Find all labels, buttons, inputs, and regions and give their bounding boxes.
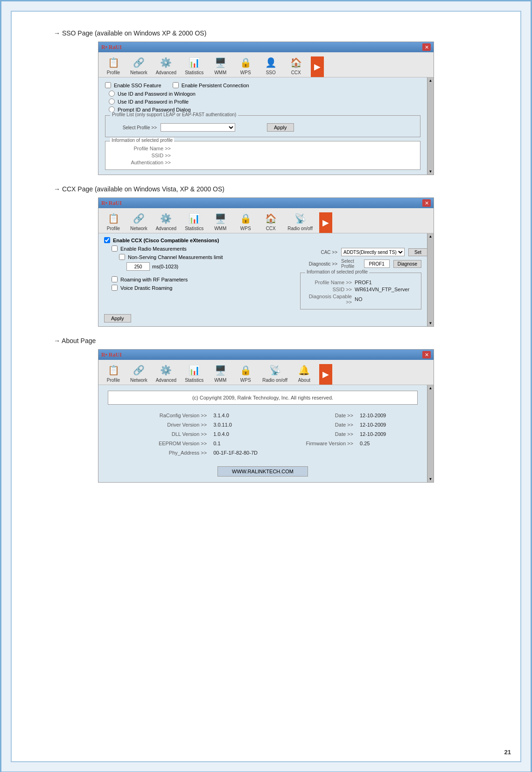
about-toolbar-wps[interactable]: 🔒 WPS (233, 362, 258, 385)
sso-auth-row: Authentication >> (110, 160, 415, 165)
ccx-toolbar-radio[interactable]: 📡 Radio on/off (284, 210, 316, 233)
sso-select-profile-dropdown[interactable] (161, 123, 235, 132)
about-radio-icon: 📡 (268, 364, 281, 377)
about-toolbar-about[interactable]: 🔔 About (292, 362, 316, 385)
profile-label: Profile (107, 70, 120, 75)
about-wps-icon: 🔒 (239, 364, 252, 377)
about-toolbar-statistics[interactable]: 📊 Statistics (181, 362, 207, 385)
ccx-radio-meas-row: Enable Radio Measurements (112, 246, 295, 252)
ccx-select-profile-input[interactable] (364, 260, 390, 268)
sso-info-group: Information of selected profile Profile … (105, 141, 420, 170)
sso-profile-name-row: Profile Name >> (110, 146, 415, 151)
sso-enable-checkbox[interactable] (105, 82, 111, 88)
sso-option1-radio[interactable] (109, 91, 115, 97)
sso-persistent-label: Enable Persistent Connection (182, 83, 249, 88)
sso-scroll-down[interactable]: ▼ (429, 169, 433, 174)
sso-toolbar-wps[interactable]: 🔒 WPS (233, 54, 258, 77)
about-toolbar: 📋 Profile 🔗 Network ⚙️ Advanced 📊 Statis… (98, 360, 434, 385)
ccx-cac-row: CAC >> ADDTS(Directly send TS) Set (300, 248, 421, 256)
ccx-set-button[interactable]: Set (408, 248, 427, 256)
about-wmm-icon: 🖥️ (214, 364, 227, 377)
sso-toolbar-statistics[interactable]: 📊 Statistics (181, 54, 207, 77)
ccx-non-serving-checkbox[interactable] (119, 254, 125, 260)
sso-close-button[interactable]: ✕ (422, 43, 431, 51)
ccx-toolbar-profile[interactable]: 📋 Profile (101, 210, 126, 233)
about-dll-date-label: Date >> (257, 430, 356, 438)
ccx-cac-dropdown[interactable]: ADDTS(Directly send TS) (341, 248, 405, 256)
sso-apply-button[interactable]: Apply (267, 123, 294, 132)
about-toolbar-network[interactable]: 🔗 Network (126, 362, 151, 385)
sso-window: R• RaUI ✕ 📋 Profile 🔗 Network ⚙️ Advance… (98, 42, 434, 175)
ccx-toolbar-advanced[interactable]: ⚙️ Advanced (152, 210, 180, 233)
ccx-roaming-checkbox[interactable] (112, 276, 118, 282)
wps-label: WPS (240, 70, 251, 75)
about-copyright: (c) Copyright 2009, Ralink Technology, I… (108, 391, 418, 405)
about-driver-date-label: Date >> (257, 421, 356, 429)
ccx-profile-name-value: PROF1 (355, 280, 372, 285)
ccx-ssid-value: WR614VN_FTP_Server (355, 287, 409, 292)
sso-persistent-checkbox[interactable] (173, 82, 179, 88)
ccx-toolbar-ccx[interactable]: 🏠 CCX (259, 210, 283, 233)
sso-section-header: → SSO Page (available on Windows XP & 20… (54, 29, 506, 37)
sso-option2-row: Use ID and Password in Profile (109, 98, 420, 105)
about-website-button[interactable]: WWW.RALINKTECH.COM (217, 466, 308, 477)
sso-toolbar-ccx[interactable]: 🏠 CCX (284, 54, 308, 77)
ccx-roaming-label: Roaming with RF Parameters (120, 277, 188, 282)
about-about-icon: 🔔 (298, 364, 311, 377)
sso-profile-group-title: Profile List (only support LEAP or EAP-F… (110, 112, 238, 117)
ccx-voice-row: Voice Drastic Roaming (112, 285, 295, 291)
ccx-window-inner: Enable CCX (Cisco Compatible eXtensions)… (98, 233, 434, 326)
ccx-network-icon: 🔗 (132, 212, 145, 225)
about-raui-logo: R• RaUI (101, 351, 122, 358)
ccx-ms-input[interactable] (126, 262, 150, 271)
sso-toolbar-profile[interactable]: 📋 Profile (101, 54, 126, 77)
sso-scrollbar[interactable]: ▲ ▼ (427, 77, 434, 175)
ccx-apply-button[interactable]: Apply (104, 314, 131, 323)
ccx-advanced-icon: ⚙️ (160, 212, 173, 225)
ccx-voice-checkbox[interactable] (112, 285, 118, 291)
sso-option2-radio[interactable] (109, 98, 115, 105)
about-row-eeprom: EEPROM Version >> 0.1 Firmware Version >… (109, 439, 417, 448)
ccx-toolbar-wps[interactable]: 🔒 WPS (233, 210, 258, 233)
ccx-roaming-row: Roaming with RF Parameters (112, 276, 295, 282)
about-driver-value: 3.0.11.0 (210, 421, 256, 429)
ccx-body: Enable CCX (Cisco Compatible eXtensions)… (98, 233, 427, 326)
about-toolbar-wmm[interactable]: 🖥️ WMM (208, 362, 232, 385)
sso-enable-label: Enable SSO Feature (114, 83, 161, 88)
profile-icon: 📋 (107, 56, 120, 69)
sso-toolbar-network[interactable]: 🔗 Network (126, 54, 151, 77)
sso-toolbar-sso[interactable]: 👤 SSO (259, 54, 283, 77)
ccx-toolbar-network[interactable]: 🔗 Network (126, 210, 151, 233)
sso-toolbar: 📋 Profile 🔗 Network ⚙️ Advanced 📊 Statis… (98, 52, 434, 77)
ccx-radio-meas-checkbox[interactable] (112, 246, 118, 252)
about-scrollbar[interactable]: ▲ ▼ (427, 385, 434, 482)
ccx-close-button[interactable]: ✕ (422, 199, 431, 207)
about-scroll-up[interactable]: ▲ (429, 386, 433, 390)
ccx-profile-icon: 📋 (107, 212, 120, 225)
ccx-diagnose-button[interactable]: Diagnose (393, 260, 421, 268)
ccx-toolbar-wmm[interactable]: 🖥️ WMM (208, 210, 232, 233)
about-toolbar-profile[interactable]: 📋 Profile (101, 362, 126, 385)
sso-scroll-up[interactable]: ▲ (429, 78, 433, 83)
ccx-scrollbar[interactable]: ▲ ▼ (427, 233, 434, 326)
about-arrow-button[interactable]: ▶ (319, 364, 332, 385)
ccx-ssid-row: SSID >> WR614VN_FTP_Server (305, 287, 416, 292)
ccx-scroll-down[interactable]: ▼ (429, 321, 433, 325)
ccx-arrow-button[interactable]: ▶ (319, 212, 332, 233)
ccx-enable-checkbox[interactable] (104, 237, 110, 243)
sso-arrow-button[interactable]: ▶ (311, 56, 324, 77)
sso-option2-label: Use ID and Password in Profile (118, 99, 189, 105)
ccx-non-serving-row: Non-Serving Channel Measurements limit (119, 254, 295, 260)
about-table: RaConfig Version >> 3.1.4.0 Date >> 12-1… (108, 410, 418, 458)
sso-toolbar-advanced[interactable]: ⚙️ Advanced (152, 54, 180, 77)
ccx-diagnosis-row: Diagnosis Capable >> NO (305, 294, 416, 305)
sso-enable-row: Enable SSO Feature Enable Persistent Con… (105, 82, 420, 88)
ccx-scroll-up[interactable]: ▲ (429, 234, 433, 239)
about-toolbar-advanced[interactable]: ⚙️ Advanced (152, 362, 180, 385)
about-close-button[interactable]: ✕ (422, 351, 431, 358)
ccx-toolbar-statistics[interactable]: 📊 Statistics (181, 210, 207, 233)
sso-toolbar-wmm[interactable]: 🖥️ WMM (208, 54, 232, 77)
about-toolbar-radio[interactable]: 📡 Radio on/off (259, 362, 291, 385)
about-scroll-down[interactable]: ▼ (429, 477, 433, 481)
sso-option1-label: Use ID and Password in Winlogon (118, 91, 196, 97)
